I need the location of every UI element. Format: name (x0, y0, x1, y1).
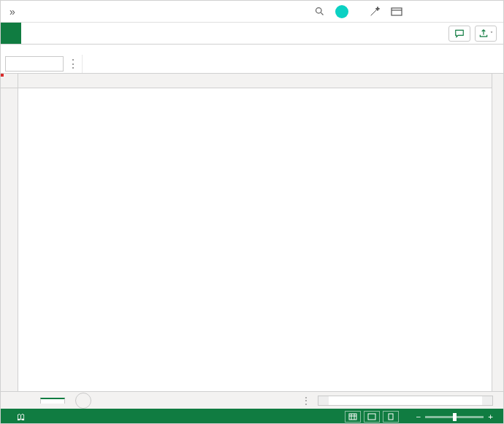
accessibility-icon: 🕮 (17, 412, 26, 421)
accessibility-status[interactable]: 🕮 (17, 412, 28, 421)
title-bar: » (1, 1, 503, 23)
status-bar: 🕮 − + (1, 409, 503, 424)
account-badge[interactable] (335, 5, 348, 18)
maximize-button[interactable] (443, 4, 464, 20)
minimize-button[interactable] (413, 4, 433, 20)
svg-rect-10 (389, 414, 393, 420)
zoom-in-button[interactable]: + (488, 412, 493, 421)
search-icon[interactable] (314, 6, 325, 17)
close-button[interactable] (474, 4, 495, 20)
zoom-control[interactable]: − + (416, 412, 497, 421)
wand-icon[interactable] (369, 6, 381, 18)
tab-review[interactable] (123, 23, 144, 44)
svg-rect-9 (368, 414, 375, 420)
tab-home[interactable] (21, 23, 42, 44)
svg-line-2 (371, 9, 377, 15)
comments-button[interactable] (448, 26, 470, 42)
hscroll-left-button[interactable] (318, 396, 329, 405)
enter-formula-button[interactable] (100, 55, 118, 73)
display-options-icon[interactable] (391, 7, 402, 16)
ribbon-tabs: ˅ (1, 23, 503, 45)
formula-input[interactable] (135, 55, 490, 73)
insert-function-button[interactable] (118, 55, 135, 73)
vertical-scrollbar[interactable] (492, 74, 503, 391)
svg-line-1 (321, 12, 323, 15)
horizontal-scrollbar[interactable] (318, 396, 493, 406)
view-page-layout-button[interactable] (364, 411, 380, 423)
row-headers (1, 88, 18, 391)
view-page-break-button[interactable] (383, 411, 399, 423)
quick-access-more-icon[interactable]: » (4, 6, 21, 18)
tab-formulas[interactable] (83, 23, 103, 44)
svg-rect-3 (392, 8, 402, 15)
spreadsheet-grid (1, 74, 503, 391)
name-box-separator: ⋮ (64, 55, 83, 73)
svg-rect-5 (349, 414, 356, 420)
tab-data[interactable] (103, 23, 123, 44)
sheet-next-button[interactable] (18, 393, 33, 408)
cells-area[interactable] (18, 88, 492, 391)
view-normal-button[interactable] (345, 411, 361, 423)
tab-file[interactable] (1, 23, 21, 44)
formula-bar: ⋮ (1, 55, 503, 74)
cancel-formula-button[interactable] (83, 55, 100, 73)
sheet-prev-button[interactable] (4, 393, 18, 408)
sheet-divider: ⋮ (302, 396, 310, 406)
sheet-tab-1[interactable] (40, 398, 65, 404)
name-box[interactable] (5, 56, 64, 72)
add-sheet-button[interactable] (75, 393, 91, 409)
expand-formula-bar-button[interactable] (490, 55, 503, 73)
tab-insert[interactable] (42, 23, 62, 44)
tab-help[interactable] (164, 23, 185, 44)
tab-view[interactable] (144, 23, 164, 44)
share-button[interactable]: ˅ (475, 26, 497, 42)
zoom-out-button[interactable]: − (416, 412, 421, 421)
sheet-tab-bar: ⋮ (1, 391, 503, 409)
tab-page-layout[interactable] (62, 23, 83, 44)
hscroll-right-button[interactable] (482, 396, 492, 405)
zoom-slider[interactable] (425, 416, 484, 418)
svg-point-0 (316, 8, 322, 14)
select-all-corner[interactable] (1, 74, 18, 88)
column-headers (18, 74, 492, 88)
